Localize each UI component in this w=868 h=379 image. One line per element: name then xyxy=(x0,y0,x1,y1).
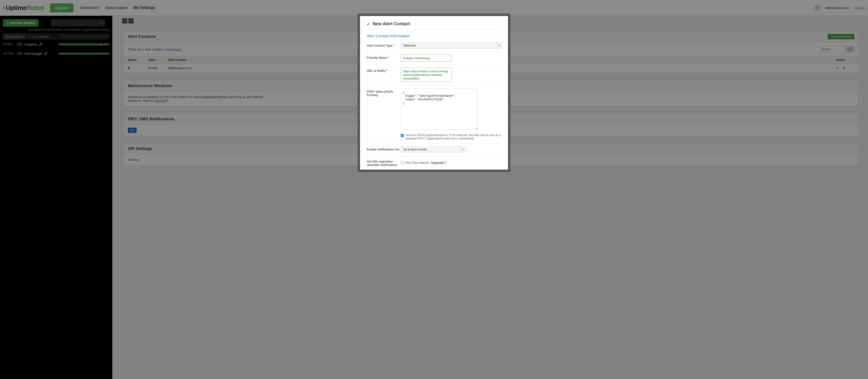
post-value-input[interactable] xyxy=(401,89,477,130)
new-alert-contact-modal: New Alert Contact Alert Contact Informat… xyxy=(358,13,510,172)
label-enable-for: Enable notifications for: xyxy=(367,146,401,152)
url-to-notify-input[interactable] xyxy=(401,68,452,82)
send-as-json-checkbox[interactable] xyxy=(401,134,404,137)
json-hint: Send as JSON (application/json). If not … xyxy=(405,133,501,140)
friendly-name-input[interactable] xyxy=(401,55,452,62)
modal-section-title: Alert Contact Information xyxy=(367,34,501,38)
enable-notifications-select[interactable]: Up & down events xyxy=(401,146,466,152)
label-friendly: Friendly Name * xyxy=(367,55,401,62)
pro-plan-note: (Pro Plan feature. Upgrade?) xyxy=(405,161,446,164)
modal-title-text: New Alert Contact xyxy=(373,21,410,27)
label-url: URL to Notify * xyxy=(367,68,401,83)
label-post: POST Value (JSON Format) xyxy=(367,89,401,140)
upgrade-link[interactable]: Upgrade xyxy=(431,161,444,164)
edit-icon xyxy=(367,22,370,26)
alert-contact-type-select[interactable]: Webhook xyxy=(401,42,502,49)
ssl-reminder-checkbox[interactable] xyxy=(401,161,404,164)
label-type: Alert Contact Type * xyxy=(367,42,401,49)
label-ssl: Get SSL expiration reminder notification… xyxy=(367,158,401,167)
modal-overlay[interactable]: New Alert Contact Alert Contact Informat… xyxy=(0,0,868,379)
